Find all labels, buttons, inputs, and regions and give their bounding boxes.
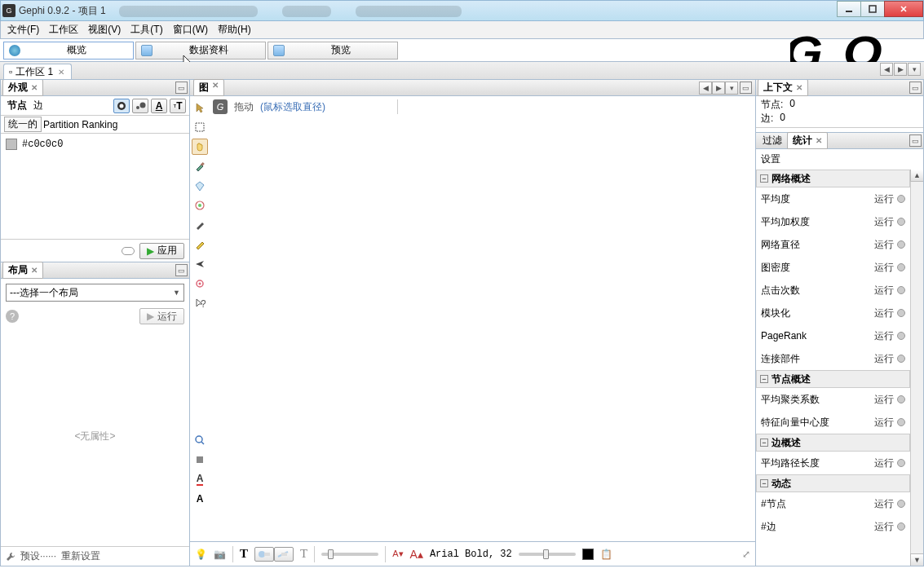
tool-marquee-icon[interactable] (192, 119, 208, 135)
cat-dynamic[interactable]: −动态 (756, 474, 910, 492)
graph-next-button[interactable]: ▶ (712, 82, 725, 95)
font-smaller-icon[interactable]: A▾ (392, 549, 403, 559)
chain-icon[interactable] (122, 247, 135, 255)
stat-run-link[interactable]: 运行 (874, 352, 894, 366)
ws-menu-button[interactable]: ▾ (908, 63, 921, 76)
panel-close-icon[interactable]: ✕ (816, 136, 822, 145)
workspace-tab-1[interactable]: ▫ 工作区 1 ✕ (3, 64, 72, 79)
menu-window[interactable]: 窗口(W) (170, 23, 211, 37)
tool-whatsthis-icon[interactable]: ? (192, 295, 208, 311)
stat-run-link[interactable]: 运行 (874, 497, 894, 511)
size-mode-icon[interactable] (132, 99, 148, 113)
panel-close-icon[interactable]: ✕ (31, 266, 38, 275)
reset-link[interactable]: 重新设置 (61, 549, 100, 563)
stat-dot-icon[interactable] (897, 355, 905, 363)
stat-dot-icon[interactable] (897, 395, 905, 403)
menu-help[interactable]: 帮助(H) (214, 23, 254, 37)
color-mode-icon[interactable] (113, 99, 130, 113)
graph-canvas[interactable]: G 拖动 (鼠标选取直径) ? A (190, 96, 755, 541)
stat-run-link[interactable]: 运行 (874, 306, 894, 320)
close-button[interactable] (884, 1, 923, 17)
cat-edge[interactable]: −边概述 (756, 434, 910, 452)
tool-hand-icon[interactable] (192, 139, 208, 155)
stat-run-link[interactable]: 运行 (874, 329, 894, 343)
font-larger-icon[interactable]: A▴ (410, 548, 423, 561)
stat-run-link[interactable]: 运行 (874, 238, 894, 252)
cat-node[interactable]: −节点概述 (756, 370, 910, 388)
panel-close-icon[interactable]: ✕ (31, 83, 38, 92)
subtab-edges[interactable]: 边 (30, 97, 46, 114)
label-mode-icon[interactable]: T (300, 547, 307, 561)
label-color-box[interactable] (582, 549, 594, 560)
maximize-button[interactable] (860, 1, 885, 17)
tab-stats[interactable]: 统计 (793, 134, 812, 148)
attributes-icon[interactable]: 📋 (600, 549, 612, 560)
camera-icon[interactable]: 📷 (214, 549, 226, 560)
bulb-icon[interactable]: 💡 (195, 549, 207, 560)
tool-label-icon[interactable]: A (192, 491, 208, 507)
menu-view[interactable]: 视图(V) (85, 23, 124, 37)
appearance-partition[interactable]: Partition Ranking (43, 119, 117, 130)
stat-dot-icon[interactable] (897, 263, 905, 271)
stat-run-link[interactable]: 运行 (874, 192, 894, 206)
ws-prev-button[interactable]: ◀ (880, 63, 893, 76)
minimize-button[interactable] (837, 1, 861, 17)
panel-close-icon[interactable]: ✕ (796, 83, 802, 92)
color-swatch[interactable] (6, 139, 17, 150)
ptab-preview[interactable]: 预览 (267, 42, 398, 60)
apply-button[interactable]: ▶ 应用 (139, 243, 184, 259)
show-edge-labels-icon[interactable] (274, 547, 294, 562)
layout-select[interactable]: ---选择一个布局 ▼ (6, 284, 184, 302)
presets-link[interactable]: 预设······ (20, 549, 56, 563)
subtab-nodes[interactable]: 节点 (4, 97, 30, 114)
stat-dot-icon[interactable] (897, 240, 905, 249)
graph-prev-button[interactable]: ◀ (699, 82, 712, 95)
layout-run-button[interactable]: ▶ 运行 (139, 308, 184, 324)
edge-weight-slider[interactable] (321, 553, 378, 556)
stat-run-link[interactable]: 运行 (874, 261, 894, 275)
wrench-icon[interactable] (6, 552, 15, 562)
tool-brush-icon[interactable] (192, 158, 208, 174)
tool-gear-icon[interactable] (192, 275, 208, 292)
menu-workspace[interactable]: 工作区 (46, 23, 82, 37)
tab-filter[interactable]: 过滤 (758, 133, 787, 148)
close-tab-icon[interactable]: ✕ (56, 68, 66, 77)
stat-dot-icon[interactable] (897, 522, 905, 531)
stat-dot-icon[interactable] (897, 332, 905, 340)
label-size-icon[interactable]: тT (170, 99, 186, 113)
stats-settings[interactable]: 设置 (756, 149, 923, 170)
text-t-icon[interactable]: T (240, 547, 248, 561)
tool-pointer-icon[interactable] (192, 99, 208, 116)
tool-zoom-icon[interactable] (192, 432, 208, 448)
stat-run-link[interactable]: 运行 (874, 393, 894, 407)
stat-run-link[interactable]: 运行 (874, 456, 894, 470)
stats-scrollbar[interactable]: ▲▼ (910, 170, 923, 566)
stat-run-link[interactable]: 运行 (874, 284, 894, 298)
font-label[interactable]: Arial Bold, 32 (430, 549, 512, 560)
tool-edge-pencil-icon[interactable] (192, 236, 208, 253)
menu-file[interactable]: 文件(F) (4, 23, 42, 37)
stat-dot-icon[interactable] (897, 195, 905, 203)
label-size-slider[interactable] (519, 553, 576, 556)
tool-sizer-icon[interactable] (192, 197, 208, 214)
stat-dot-icon[interactable] (897, 500, 905, 508)
appearance-unified[interactable]: 统一的 (4, 117, 42, 132)
help-icon[interactable]: ? (6, 310, 19, 323)
stat-run-link[interactable]: 运行 (874, 416, 894, 430)
stat-dot-icon[interactable] (897, 218, 905, 226)
panel-minimize-icon[interactable]: ▭ (909, 82, 922, 94)
stat-dot-icon[interactable] (897, 309, 905, 317)
graph-menu-button[interactable]: ▾ (725, 82, 738, 95)
cat-network[interactable]: −网络概述 (756, 170, 910, 187)
tool-pencil-icon[interactable] (192, 217, 208, 233)
tool-labelcolor-icon[interactable]: A (192, 471, 208, 487)
label-color-icon[interactable]: A (151, 99, 167, 113)
stat-run-link[interactable]: 运行 (874, 215, 894, 229)
tool-diamond-icon[interactable] (192, 178, 208, 194)
expand-icon[interactable]: ⤢ (742, 549, 750, 560)
show-node-labels-icon[interactable] (254, 547, 274, 562)
stat-dot-icon[interactable] (897, 459, 905, 467)
menu-tools[interactable]: 工具(T) (127, 23, 166, 37)
stat-run-link[interactable]: 运行 (874, 520, 894, 534)
panel-close-icon[interactable]: ✕ (212, 81, 219, 95)
